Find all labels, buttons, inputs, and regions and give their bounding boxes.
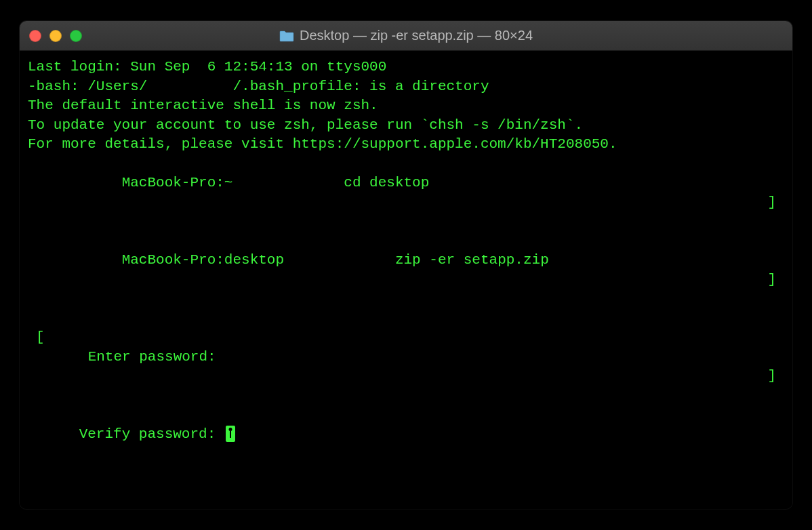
title-center: Desktop — zip -er setapp.zip — 80×24 xyxy=(279,28,533,43)
terminal-line: Verify password: xyxy=(28,405,784,464)
traffic-lights xyxy=(20,30,82,42)
prompt-line: MacBook-Pro:desktop zip -er setapp.zip xyxy=(79,252,549,268)
enter-password-prompt: Enter password: xyxy=(79,349,225,365)
right-bracket: ] xyxy=(767,367,776,386)
terminal-line: [ Enter password: ] xyxy=(28,309,784,406)
verify-password-prompt: Verify password: xyxy=(79,426,224,442)
terminal-line: The default interactive shell is now zsh… xyxy=(28,96,784,116)
right-bracket: ] xyxy=(767,193,776,213)
terminal-body[interactable]: Last login: Sun Sep 6 12:54:13 on ttys00… xyxy=(20,51,792,509)
key-cursor-icon xyxy=(226,426,235,442)
left-bracket: [ xyxy=(36,328,45,348)
terminal-line: -bash: /Users/ /.bash_profile: is a dire… xyxy=(28,77,784,97)
terminal-line: MacBook-Pro:~ cd desktop ] xyxy=(28,155,784,232)
terminal-line: MacBook-Pro:desktop zip -er setapp.zip ] xyxy=(28,232,784,309)
minimize-button[interactable] xyxy=(49,30,62,42)
terminal-line: To update your account to use zsh, pleas… xyxy=(28,116,784,136)
prompt-line: MacBook-Pro:~ cd desktop xyxy=(79,175,430,190)
right-bracket: ] xyxy=(767,270,776,290)
terminal-window: Desktop — zip -er setapp.zip — 80×24 Las… xyxy=(20,21,792,509)
terminal-line: Last login: Sun Sep 6 12:54:13 on ttys00… xyxy=(28,58,784,77)
terminal-line: For more details, please visit https://s… xyxy=(28,135,784,155)
folder-icon xyxy=(279,30,294,42)
window-title: Desktop — zip -er setapp.zip — 80×24 xyxy=(300,28,533,43)
close-button[interactable] xyxy=(29,30,41,42)
titlebar[interactable]: Desktop — zip -er setapp.zip — 80×24 xyxy=(20,21,792,51)
maximize-button[interactable] xyxy=(70,30,82,42)
